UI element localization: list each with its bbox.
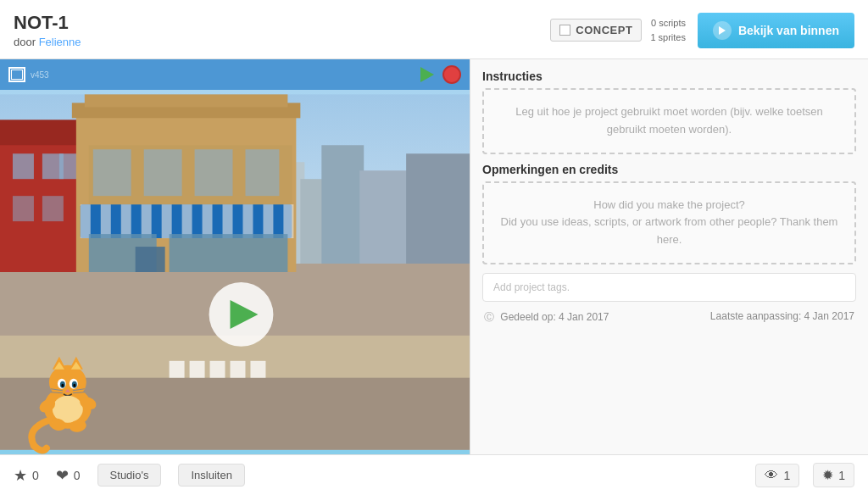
project-viewer: v453 [0,59,470,454]
svg-rect-18 [85,94,288,107]
scene-svg [0,90,470,454]
svg-rect-30 [283,204,293,238]
svg-rect-6 [359,170,410,264]
svg-rect-36 [144,149,182,196]
svg-rect-35 [93,149,131,196]
concept-label: CONCEPT [576,24,632,36]
comments-title: Opmerkingen en credits [482,163,856,176]
heart-icon: ❤ [56,466,69,485]
svg-rect-28 [242,204,253,238]
eye-icon: 👁 [765,468,778,483]
sprites-stat: 1 sprites [650,31,686,45]
concept-checkbox[interactable] [559,25,570,36]
bekijk-button[interactable]: Bekijk van binnen [698,13,854,48]
concept-badge[interactable]: CONCEPT [550,19,642,42]
viewer-toolbar-left: v453 [8,67,49,82]
svg-rect-32 [170,234,288,272]
shared-info: Ⓒ Gedeeld op: 4 Jan 2017 Laatste aanpass… [482,310,856,325]
main-container: NOT-1 door Felienne CONCEPT 0 scripts 1 … [0,0,868,495]
bottom-left: ★ 0 ❤ 0 Studio's Insluiten [14,464,245,487]
expand-icon[interactable] [8,67,25,82]
green-flag-icon[interactable] [417,65,436,84]
svg-rect-33 [136,247,165,272]
bekijk-arrow-icon [713,21,732,40]
star-icon: ★ [14,466,27,485]
tags-box[interactable]: Add project tags. [482,273,856,302]
expand-icon-inner [11,70,23,80]
tags-placeholder: Add project tags. [493,281,570,293]
svg-rect-5 [321,145,364,264]
viewer-toolbar: v453 [0,59,470,90]
svg-rect-29 [263,204,273,238]
svg-rect-27 [223,204,233,238]
loves-stat: ❤ 0 [56,466,81,485]
stats-box: 0 scripts 1 sprites [650,16,686,44]
instructions-placeholder: Leg uit hoe je project gebruikt moet wor… [498,103,841,139]
svg-marker-1 [420,67,434,82]
remixes-stat: ✹ 1 [813,463,854,487]
project-title: NOT-1 [14,12,81,34]
svg-marker-0 [719,26,726,35]
header-left: NOT-1 door Felienne [14,12,81,48]
svg-rect-26 [203,204,213,238]
shared-icon: Ⓒ [484,311,494,323]
red-stop-icon[interactable] [442,65,461,84]
svg-rect-25 [182,204,192,238]
favorites-count: 0 [32,469,39,482]
shared-date: Ⓒ Gedeeld op: 4 Jan 2017 [484,310,609,325]
svg-rect-38 [245,149,279,196]
modified-date: Laatste aanpassing: 4 Jan 2017 [710,310,854,325]
header-right: CONCEPT 0 scripts 1 sprites Bekijk van b… [550,13,854,48]
instructions-box[interactable]: Leg uit hoe je project gebruikt moet wor… [482,88,856,154]
remix-icon: ✹ [822,467,833,483]
favorites-stat: ★ 0 [14,466,39,485]
scene-container [0,90,470,454]
comments-box[interactable]: How did you make the project?Did you use… [482,181,856,264]
svg-point-57 [73,384,75,387]
embed-button[interactable]: Insluiten [178,464,244,487]
comments-section: Opmerkingen en credits How did you make … [482,163,856,264]
svg-rect-37 [195,149,233,196]
svg-rect-22 [121,204,131,238]
remixes-count: 1 [838,469,845,482]
svg-rect-20 [81,204,91,238]
project-author: door Felienne [14,36,81,48]
version-label: v453 [31,70,49,80]
svg-rect-11 [13,153,34,179]
right-panel: Instructies Leg uit hoe je project gebru… [470,59,868,454]
content: v453 [0,59,868,454]
svg-point-56 [61,384,64,387]
svg-rect-23 [142,204,152,238]
svg-rect-21 [101,204,111,238]
author-link[interactable]: Felienne [39,36,81,48]
views-stat: 👁 1 [755,464,799,487]
instructions-title: Instructies [482,70,856,83]
viewer-toolbar-right [417,65,461,84]
views-count: 1 [783,469,790,482]
svg-rect-7 [406,153,470,264]
loves-count: 0 [74,469,81,482]
studios-button[interactable]: Studio's [97,464,162,487]
header: NOT-1 door Felienne CONCEPT 0 scripts 1 … [0,0,868,59]
bottom-bar: ★ 0 ❤ 0 Studio's Insluiten 👁 1 ✹ 1 [0,454,868,495]
svg-point-47 [49,365,86,399]
svg-rect-15 [42,196,64,221]
comments-placeholder: How did you make the project?Did you use… [498,197,841,249]
bekijk-label: Bekijk van binnen [738,24,839,37]
svg-rect-24 [162,204,172,238]
scripts-stat: 0 scripts [650,16,686,31]
svg-rect-14 [13,196,34,221]
bottom-right: 👁 1 ✹ 1 [755,463,854,487]
instructions-section: Instructies Leg uit hoe je project gebru… [482,70,856,154]
